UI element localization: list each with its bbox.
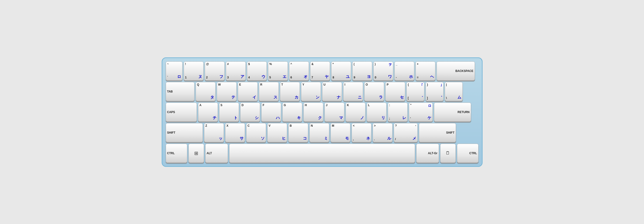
key-close-bracket[interactable]: } ｣ ] ゜	[426, 82, 444, 101]
windows-icon: ⊞	[194, 150, 198, 156]
number-row: ~ ` ロ ! 1 ヌ @ 2 フ # 3 ア	[166, 61, 478, 81]
key-k[interactable]: K ノ	[346, 103, 366, 122]
key-j[interactable]: J マ	[324, 103, 344, 122]
key-3[interactable]: # 3 ア	[226, 61, 246, 81]
key-8[interactable]: * 8 ユ	[331, 61, 351, 81]
key-d[interactable]: D シ	[240, 103, 260, 122]
key-g[interactable]: G キ	[282, 103, 302, 122]
key-q[interactable]: Q タ	[196, 82, 216, 101]
key-open-bracket[interactable]: { ｢ [ ゛	[406, 82, 424, 101]
key-w[interactable]: W テ	[217, 82, 236, 101]
key-e[interactable]: E イ	[238, 82, 258, 101]
key-quote[interactable]: " ロ ' ケ	[409, 103, 433, 122]
key-0[interactable]: ) ヲ 0 ワ	[373, 61, 393, 81]
key-z[interactable]: Z ッ	[204, 123, 224, 142]
key-comma[interactable]: < , ネ	[352, 123, 372, 142]
key-backtick[interactable]: ~ ` ロ	[166, 61, 182, 81]
key-x[interactable]: X サ	[225, 123, 245, 142]
key-y[interactable]: Y ン	[301, 82, 321, 101]
key-space[interactable]	[229, 144, 415, 163]
key-tab[interactable]: TAB	[166, 82, 194, 101]
key-return[interactable]: RETURN	[434, 103, 471, 122]
key-5[interactable]: % 5 エ	[268, 61, 288, 81]
key-2[interactable]: @ 2 フ	[205, 61, 225, 81]
key-period[interactable]: > . ル	[373, 123, 392, 142]
key-1[interactable]: ! 1 ヌ	[184, 61, 204, 81]
key-c[interactable]: C ソ	[246, 123, 266, 142]
key-r[interactable]: R ス	[259, 82, 279, 101]
key-semicolon[interactable]: : ; レ	[388, 103, 408, 122]
key-backslash[interactable]: | \ ム	[445, 82, 463, 101]
key-u[interactable]: U ナ	[322, 82, 342, 101]
bottom-row: CTRL ⊞ ALT ALT-Gr 🗒 CTRL	[166, 144, 478, 163]
asdf-row: CAPS A チ S ト D シ F ハ G キ H ク J マ	[166, 103, 478, 122]
key-equals[interactable]: + = ヘ	[416, 61, 436, 81]
key-4[interactable]: $ 4 ウ	[247, 61, 267, 81]
key-9[interactable]: ( 9 ヨ	[352, 61, 372, 81]
key-win[interactable]: ⊞	[188, 144, 204, 163]
key-h[interactable]: H ク	[304, 103, 323, 122]
menu-icon: 🗒	[446, 151, 450, 156]
key-shift-left[interactable]: SHIFT	[166, 123, 203, 142]
key-v[interactable]: V ヒ	[267, 123, 287, 142]
zxcv-row: SHIFT Z ッ X サ C ソ V ヒ B コ N ミ M モ	[166, 123, 478, 142]
key-6[interactable]: ^ 6 オ	[289, 61, 309, 81]
key-b[interactable]: B コ	[288, 123, 308, 142]
key-ctrl-right[interactable]: CTRL	[457, 144, 478, 163]
key-l[interactable]: L リ	[367, 103, 386, 122]
key-menu[interactable]: 🗒	[440, 144, 456, 163]
key-i[interactable]: I ニ	[343, 82, 363, 101]
key-ctrl-left[interactable]: CTRL	[166, 144, 187, 163]
keyboard: ~ ` ロ ! 1 ヌ @ 2 フ # 3 ア	[162, 57, 482, 167]
key-a[interactable]: A チ	[198, 103, 218, 122]
qwerty-row: TAB Q タ W テ E イ R ス T カ Y ン U ナ	[166, 82, 478, 101]
key-7[interactable]: & 7 ヤ	[310, 61, 330, 81]
key-n[interactable]: N ミ	[310, 123, 329, 142]
key-caps[interactable]: CAPS	[166, 103, 197, 122]
key-t[interactable]: T カ	[280, 82, 300, 101]
key-o[interactable]: O ラ	[364, 82, 384, 101]
key-m[interactable]: M モ	[330, 123, 350, 142]
key-minus[interactable]: _ - ホ	[394, 61, 414, 81]
key-altgr[interactable]: ALT-Gr	[416, 144, 439, 163]
key-alt-left[interactable]: ALT	[205, 144, 228, 163]
key-backspace[interactable]: BACKSPACE	[436, 61, 475, 81]
key-f[interactable]: F ハ	[261, 103, 281, 122]
key-p[interactable]: P セ	[385, 82, 405, 101]
key-slash[interactable]: ? • / メ	[394, 123, 418, 142]
key-s[interactable]: S ト	[219, 103, 239, 122]
key-shift-right[interactable]: SHIFT	[419, 123, 456, 142]
